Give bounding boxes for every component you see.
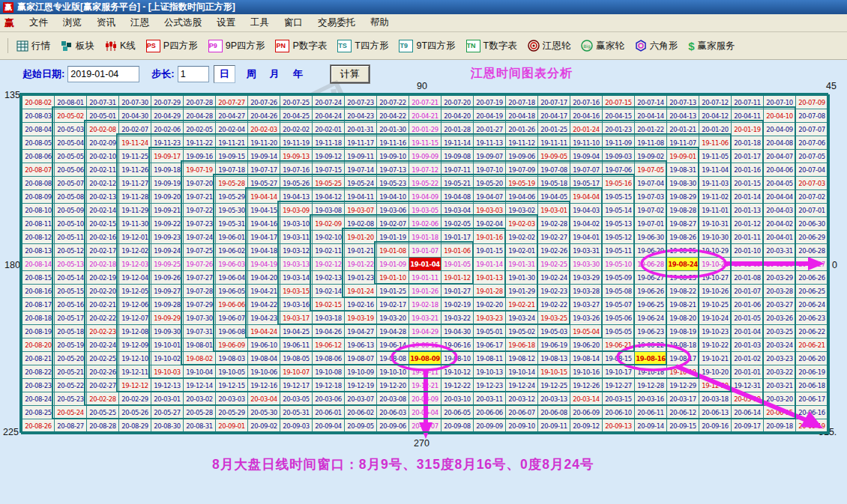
grid-cell-date[interactable]: 20-02-04 [216,123,248,136]
menu-item-file[interactable]: 文件 [22,15,55,31]
grid-cell-date[interactable]: 20-08-23 [22,379,55,392]
grid-cell-date[interactable]: 19-01-21 [345,244,377,258]
toolbar-hexagon-button[interactable]: 六角形 [635,40,678,52]
grid-cell-date[interactable]: 19-06-24 [635,312,667,325]
grid-cell-date[interactable]: 20-02-26 [87,365,119,379]
grid-cell-date[interactable]: 19-03-04 [441,204,474,217]
grid-cell-date[interactable]: 19-05-23 [377,177,409,190]
grid-cell-date[interactable]: 19-02-21 [506,298,538,312]
grid-cell-date[interactable]: 19-05-21 [441,177,474,190]
grid-cell-date[interactable]: 19-10-02 [151,352,184,365]
grid-cell-date[interactable]: 19-03-12 [280,244,313,258]
grid-cell-date[interactable]: 19-07-15 [313,163,345,177]
grid-cell-date[interactable]: 20-02-15 [87,217,119,231]
grid-cell-date[interactable]: 19-07-02 [635,204,667,217]
grid-cell-date[interactable]: 19-02-05 [441,217,474,231]
grid-cell-date[interactable]: 20-02-03 [248,123,280,136]
grid-cell-date[interactable]: 20-08-20 [22,338,55,352]
grid-cell-date[interactable]: 19-11-08 [635,136,667,150]
grid-cell-date[interactable]: 19-11-27 [119,177,151,190]
grid-cell-date[interactable]: 19-03-23 [474,312,506,325]
menu-item-browse[interactable]: 浏览 [55,15,89,31]
grid-cell-date[interactable]: 20-07-02 [796,190,828,204]
grid-cell-date[interactable]: 20-05-01 [87,109,119,123]
grid-cell-date[interactable]: 19-04-17 [248,231,280,244]
grid-cell-date[interactable]: 20-03-31 [764,244,796,258]
grid-cell-date[interactable]: 19-06-29 [635,244,667,258]
grid-cell-date[interactable]: 19-02-16 [345,298,377,312]
grid-cell-date[interactable]: 19-01-14 [474,258,506,271]
grid-cell-date[interactable]: 20-02-23 [87,325,119,338]
grid-cell-date[interactable]: 20-05-25 [87,406,119,419]
grid-cell-date[interactable]: 19-03-28 [570,285,603,298]
grid-cell-date[interactable]: 20-05-11 [55,231,87,244]
grid-cell-date[interactable]: 20-05-30 [248,406,280,419]
grid-cell-date[interactable]: 19-04-07 [474,190,506,204]
grid-cell-date[interactable]: 19-05-18 [538,177,570,190]
grid-cell-date[interactable]: 19-10-30 [699,231,732,244]
grid-cell-date[interactable]: 19-01-23 [345,271,377,285]
grid-cell-date[interactable]: 19-10-07 [280,365,313,379]
grid-cell-date[interactable]: 20-02-18 [87,258,119,271]
grid-cell-date[interactable]: 20-05-09 [55,204,87,217]
grid-cell-date[interactable]: 19-06-09 [216,338,248,352]
grid-cell-date[interactable]: 19-09-17 [151,150,184,163]
grid-cell-date[interactable]: 19-09-11 [345,150,377,163]
grid-cell-date[interactable]: 20-03-03 [216,392,248,406]
grid-cell-date[interactable]: 19-11-09 [603,136,635,150]
grid-cell-date[interactable]: 20-06-23 [796,312,828,325]
grid-cell-date[interactable]: 19-06-05 [216,285,248,298]
grid-cell-date[interactable]: 19-01-28 [474,285,506,298]
grid-cell-date[interactable]: 20-07-08 [796,109,828,123]
grid-cell-date[interactable]: 19-11-17 [345,136,377,150]
grid-cell-date[interactable]: 20-06-06 [474,406,506,419]
grid-cell-date[interactable]: 19-08-03 [216,352,248,365]
grid-cell-date[interactable]: 20-06-24 [796,298,828,312]
grid-cell-date[interactable]: 19-07-31 [184,325,216,338]
grid-cell-date[interactable]: 20-02-14 [87,204,119,217]
grid-cell-date[interactable]: 19-10-01 [151,338,184,352]
grid-cell-date[interactable]: 20-01-13 [732,204,764,217]
grid-cell-date[interactable]: 19-08-02 [184,352,216,365]
grid-cell-date[interactable]: 19-01-26 [409,285,441,298]
grid-cell-date[interactable]: 19-08-29 [667,190,699,204]
grid-cell-date[interactable]: 20-01-03 [732,338,764,352]
grid-cell-date[interactable]: 20-01-08 [732,271,764,285]
grid-cell-date[interactable]: 20-09-06 [377,419,409,433]
toolbar-quotes-button[interactable]: 行情 [16,40,50,52]
grid-cell-date[interactable]: 19-07-06 [603,163,635,177]
grid-cell-date[interactable]: 19-11-23 [151,136,184,150]
grid-cell-date[interactable]: 19-06-22 [635,338,667,352]
grid-cell-date[interactable]: 20-05-20 [55,352,87,365]
grid-cell-date[interactable]: 20-05-24 [55,406,87,419]
grid-cell-date[interactable]: 20-08-14 [22,258,55,271]
grid-cell-date[interactable]: 19-07-30 [184,312,216,325]
grid-cell-date[interactable]: 20-05-14 [55,271,87,285]
grid-cell-date[interactable]: 20-02-21 [87,298,119,312]
grid-cell-date[interactable]: 20-07-18 [506,96,538,109]
grid-cell-date[interactable]: 19-05-24 [345,177,377,190]
grid-cell-date[interactable]: 19-07-01 [635,217,667,231]
grid-cell-date[interactable]: 20-05-22 [55,379,87,392]
grid-cell-date[interactable]: 19-04-04 [570,190,603,204]
grid-cell-date[interactable]: 20-09-17 [732,419,764,433]
grid-cell-date[interactable]: 19-04-12 [313,190,345,204]
grid-cell-date[interactable]: 19-04-11 [345,190,377,204]
grid-cell-date[interactable]: 20-07-10 [764,96,796,109]
grid-cell-date[interactable]: 19-07-21 [184,190,216,204]
grid-cell-date[interactable]: 20-05-15 [55,285,87,298]
grid-cell-date[interactable]: 20-07-22 [377,96,409,109]
grid-cell-date[interactable]: 19-06-30 [635,231,667,244]
grid-cell-date[interactable]: 19-12-10 [119,352,151,365]
grid-cell-date[interactable]: 20-06-09 [570,406,603,419]
grid-cell-date[interactable]: 19-09-21 [151,204,184,217]
grid-cell-date[interactable]: 20-01-24 [570,123,603,136]
grid-cell-date[interactable]: 19-02-18 [409,298,441,312]
grid-cell-date[interactable]: 20-04-01 [764,231,796,244]
grid-cell-date[interactable]: 19-12-16 [248,379,280,392]
grid-cell-date[interactable]: 19-08-17 [667,352,699,365]
grid-cell-date[interactable]: 19-11-12 [506,136,538,150]
grid-cell-date[interactable]: 20-01-29 [409,123,441,136]
grid-cell-date[interactable]: 20-08-05 [22,136,55,150]
grid-cell-date[interactable]: 20-07-31 [87,96,119,109]
